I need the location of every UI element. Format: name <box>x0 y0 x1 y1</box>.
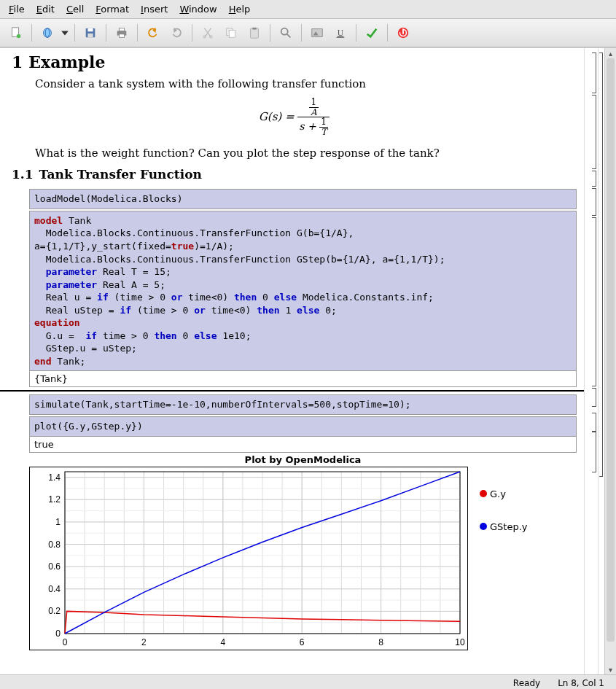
menu-cell[interactable]: Cell <box>62 2 88 16</box>
paragraph: Consider a tank system with the followin… <box>35 77 577 90</box>
svg-text:2: 2 <box>141 637 147 647</box>
svg-text:0.8: 0.8 <box>48 539 61 549</box>
svg-text:1.4: 1.4 <box>48 472 61 482</box>
svg-text:10: 10 <box>455 637 465 647</box>
svg-point-2 <box>44 28 52 38</box>
status-ready: Ready <box>513 678 540 688</box>
svg-text:1.2: 1.2 <box>48 494 61 505</box>
legend-item-gy: G.y <box>480 488 528 499</box>
cell-bracket-gutter[interactable] <box>584 48 598 674</box>
svg-rect-10 <box>119 34 124 38</box>
save-icon[interactable] <box>80 23 101 43</box>
paragraph: What is the weight function? Can you plo… <box>35 147 577 160</box>
svg-rect-7 <box>87 34 93 37</box>
output-cell: true <box>29 437 577 453</box>
menu-insert[interactable]: Insert <box>136 2 172 16</box>
input-cell[interactable]: loadModel(Modelica.Blocks) <box>29 189 577 209</box>
svg-rect-6 <box>87 28 93 32</box>
svg-text:0.6: 0.6 <box>48 561 61 572</box>
heading-2: 1.1Tank Transfer Function <box>12 167 577 182</box>
cell-bracket-gutter-outer[interactable] <box>598 48 604 674</box>
dropdown-arrow-icon[interactable] <box>61 23 69 43</box>
svg-text:1: 1 <box>55 516 61 526</box>
svg-text:0: 0 <box>55 628 61 639</box>
status-cursor-position: Ln 8, Col 1 <box>558 678 604 688</box>
menu-file[interactable]: File <box>4 2 29 16</box>
stop-icon[interactable] <box>393 23 413 43</box>
input-cell[interactable]: simulate(Tank,startTime=-1e-10,numberOfI… <box>29 394 577 415</box>
svg-text:6: 6 <box>300 637 305 647</box>
menu-edit[interactable]: Edit <box>32 2 59 16</box>
copy-icon[interactable] <box>221 23 241 43</box>
new-document-icon[interactable] <box>6 23 26 43</box>
svg-rect-17 <box>251 28 259 39</box>
output-cell: {Tank} <box>29 371 577 387</box>
math-formula: G(s) = 1A s + 1T <box>12 98 577 136</box>
chart-title: Plot by OpenModelica <box>29 454 577 465</box>
svg-rect-21 <box>312 29 322 37</box>
menu-window[interactable]: Window <box>175 2 221 16</box>
svg-text:0.2: 0.2 <box>48 606 61 616</box>
open-icon[interactable] <box>37 23 58 43</box>
menu-help[interactable]: Help <box>225 2 255 16</box>
toolbar: U <box>0 19 616 47</box>
svg-text:0: 0 <box>63 637 68 647</box>
svg-text:8: 8 <box>378 637 383 647</box>
chart-canvas: 00.20.40.60.811.21.40246810 <box>29 467 468 650</box>
scrollbar-thumb[interactable] <box>607 58 615 642</box>
notebook-document[interactable]: 1Example Consider a tank system with the… <box>0 48 584 674</box>
scroll-up-arrow-icon[interactable]: ▴ <box>605 48 616 58</box>
heading-1: 1Example <box>12 52 577 71</box>
svg-point-19 <box>281 28 288 35</box>
chart-legend: G.y GStep.y <box>480 467 528 554</box>
image-icon[interactable] <box>307 23 327 43</box>
paste-icon[interactable] <box>244 23 265 43</box>
menu-bar: File Edit Cell Format Insert Window Help <box>0 0 616 19</box>
vertical-scrollbar[interactable]: ▴ ▾ <box>604 48 616 674</box>
svg-text:U: U <box>338 28 344 38</box>
svg-rect-18 <box>252 28 256 30</box>
code-input[interactable]: model Tank Modelica.Blocks.Continuous.Tr… <box>29 211 577 372</box>
run-icon[interactable] <box>362 23 382 43</box>
redo-icon[interactable] <box>166 23 187 43</box>
input-cell[interactable]: plot({G.y,GStep.y}) true <box>29 416 577 453</box>
divider <box>0 390 584 392</box>
status-bar: Ready Ln 8, Col 1 <box>0 674 616 689</box>
svg-rect-9 <box>119 28 124 31</box>
print-icon[interactable] <box>112 23 132 43</box>
legend-marker-icon <box>480 523 487 530</box>
legend-item-gstepy: GStep.y <box>480 521 528 532</box>
svg-rect-16 <box>229 30 235 37</box>
scroll-down-arrow-icon[interactable]: ▾ <box>605 664 616 674</box>
underline-icon[interactable]: U <box>330 23 351 43</box>
svg-text:4: 4 <box>220 637 225 647</box>
svg-point-1 <box>17 34 20 38</box>
legend-marker-icon <box>480 490 487 497</box>
content-area: 1Example Consider a tank system with the… <box>0 47 616 674</box>
search-icon[interactable] <box>276 23 296 43</box>
input-cell[interactable]: model Tank Modelica.Blocks.Continuous.Tr… <box>29 211 577 388</box>
plot-output: Plot by OpenModelica 00.20.40.60.811.21.… <box>29 454 577 650</box>
menu-format[interactable]: Format <box>91 2 133 16</box>
svg-text:0.4: 0.4 <box>48 583 61 593</box>
undo-icon[interactable] <box>143 23 163 43</box>
svg-line-20 <box>287 34 291 38</box>
svg-marker-4 <box>61 31 69 36</box>
cut-icon[interactable] <box>198 23 218 43</box>
